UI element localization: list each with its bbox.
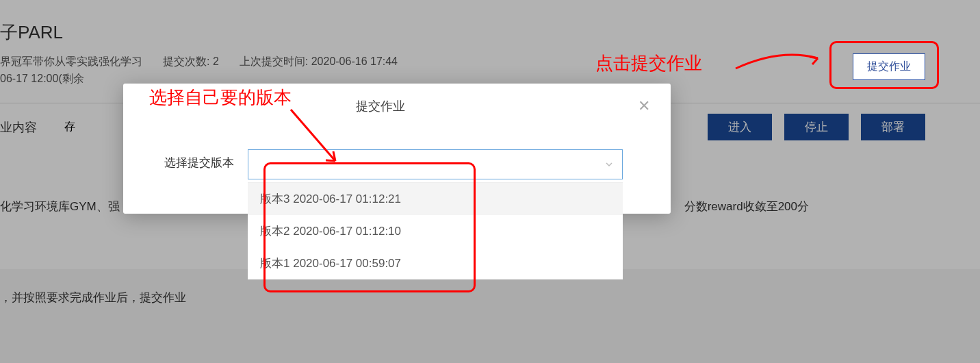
version-select[interactable] <box>248 149 623 179</box>
version-option[interactable]: 版本2 2020-06-17 01:12:10 <box>248 215 623 247</box>
version-option[interactable]: 版本3 2020-06-17 01:12:21 <box>248 183 623 215</box>
annotation-select-version: 选择自己要的版本 <box>149 86 292 110</box>
close-icon[interactable]: ✕ <box>638 97 650 115</box>
version-dropdown: 版本3 2020-06-17 01:12:21 版本2 2020-06-17 0… <box>248 182 623 279</box>
select-version-label: 选择提交版本 <box>164 149 234 171</box>
submit-homework-button[interactable]: 提交作业 <box>853 53 925 80</box>
annotation-click-submit: 点击提交作业 <box>595 51 702 75</box>
version-option[interactable]: 版本1 2020-06-17 00:59:07 <box>248 247 623 279</box>
chevron-down-icon <box>604 160 614 169</box>
modal-title: 提交作业 <box>356 98 405 114</box>
